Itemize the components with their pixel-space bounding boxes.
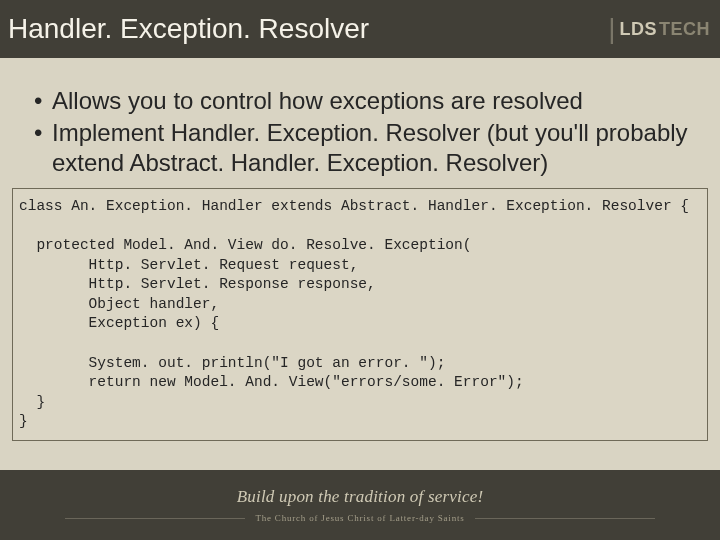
logo-divider: | (608, 13, 615, 45)
slide-title: Handler. Exception. Resolver (8, 13, 369, 45)
footer-rule-right (475, 518, 655, 519)
bullet-item: Implement Handler. Exception. Resolver (… (30, 118, 690, 178)
slide-footer: Build upon the tradition of service! The… (0, 470, 720, 540)
slide-header: Handler. Exception. Resolver | LDSTECH (0, 0, 720, 58)
code-block: class An. Exception. Handler extends Abs… (12, 188, 708, 441)
logo: | LDSTECH (608, 13, 710, 45)
logo-text-lds: LDS (620, 19, 658, 40)
slide: Handler. Exception. Resolver | LDSTECH A… (0, 0, 720, 540)
slide-body: Allows you to control how exceptions are… (0, 58, 720, 441)
logo-text-tech: TECH (659, 19, 710, 40)
footer-rule-left (65, 518, 245, 519)
footer-church-line: The Church of Jesus Christ of Latter-day… (65, 513, 654, 523)
bullet-item: Allows you to control how exceptions are… (30, 86, 690, 116)
footer-church: The Church of Jesus Christ of Latter-day… (255, 513, 464, 523)
footer-motto: Build upon the tradition of service! (237, 487, 484, 507)
bullet-list: Allows you to control how exceptions are… (30, 86, 690, 178)
